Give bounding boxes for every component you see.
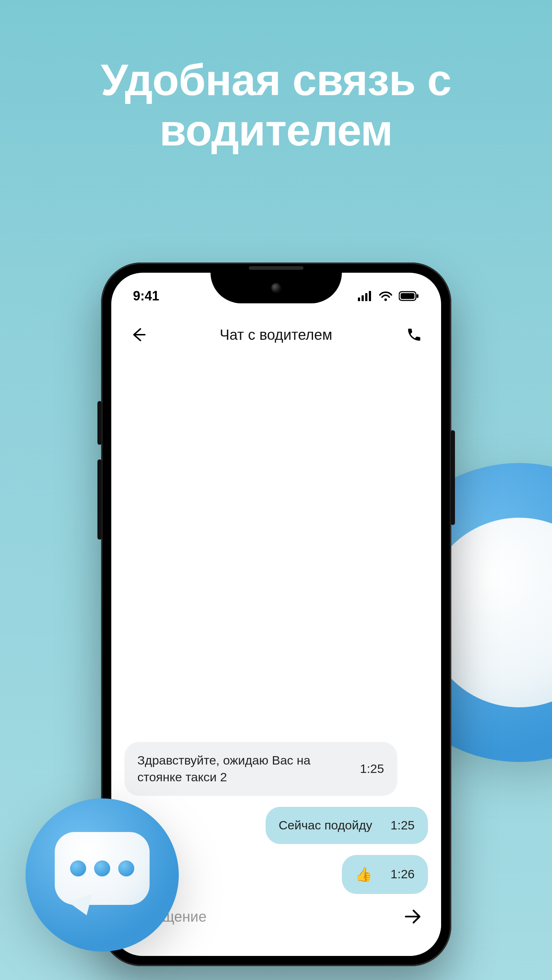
promo-title: Удобная связь с водителем	[0, 0, 552, 155]
status-time: 9:41	[133, 288, 160, 304]
svg-rect-3	[369, 291, 371, 301]
battery-icon	[399, 291, 419, 301]
svg-rect-0	[358, 298, 360, 301]
nav-title: Чат с водителем	[220, 327, 332, 343]
phone-speaker	[249, 266, 303, 270]
svg-rect-1	[362, 295, 364, 301]
call-button[interactable]	[403, 324, 425, 345]
svg-rect-2	[365, 293, 367, 301]
message-time: 1:26	[390, 866, 415, 883]
phone-side-button	[97, 401, 102, 445]
svg-point-4	[384, 299, 387, 301]
send-button[interactable]	[400, 904, 425, 929]
nav-bar: Чат с водителем	[111, 309, 441, 356]
phone-notch	[211, 273, 342, 303]
message-text: 👍	[355, 865, 372, 884]
chat-area[interactable]: Здравствуйте, ожидаю Вас на стоянке такс…	[111, 360, 441, 894]
arrow-left-icon	[130, 327, 146, 343]
message-outgoing: Сейчас подойду 1:25	[124, 807, 428, 844]
message-time: 1:25	[390, 817, 415, 834]
message-text: Здравствуйте, ожидаю Вас на стоянке такс…	[137, 752, 342, 786]
front-camera-icon	[271, 283, 281, 293]
svg-rect-7	[416, 294, 418, 298]
phone-side-button	[97, 460, 102, 539]
phone-icon	[406, 327, 422, 343]
svg-rect-6	[400, 293, 415, 299]
message-text: Сейчас подойду	[279, 817, 372, 834]
message-incoming: Здравствуйте, ожидаю Вас на стоянке такс…	[124, 742, 428, 796]
phone-side-button	[451, 430, 455, 525]
back-button[interactable]	[127, 324, 149, 345]
cellular-signal-icon	[358, 291, 372, 301]
wifi-icon	[378, 291, 393, 302]
arrow-right-icon	[403, 907, 422, 926]
chat-bubble-icon	[55, 832, 150, 912]
message-time: 1:25	[360, 760, 384, 777]
decorative-chat-bubble-disc	[26, 799, 179, 951]
